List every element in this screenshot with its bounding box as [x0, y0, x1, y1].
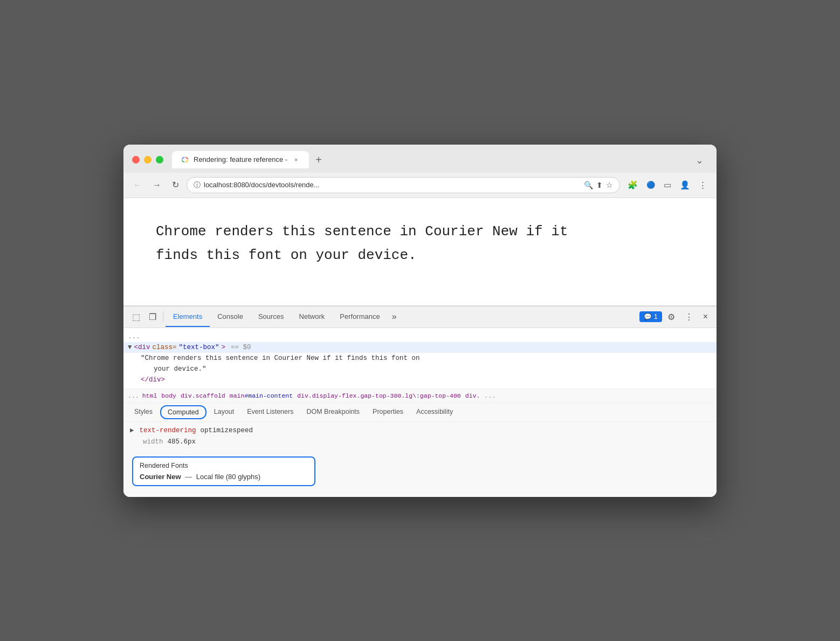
- tree-close-tag: </div>: [141, 376, 165, 384]
- back-button[interactable]: ←: [130, 178, 145, 192]
- page-text-line1: Chrome renders this sentence in Courier …: [156, 223, 568, 240]
- breadcrumb-trailing-ellipsis: ...: [484, 392, 495, 399]
- browser-window: Rendering: feature reference - × + ⌄ ← →…: [123, 145, 717, 497]
- font-name: Courier New: [140, 473, 181, 481]
- page-text: Chrome renders this sentence in Courier …: [156, 220, 684, 267]
- devtools-tab-network[interactable]: Network: [292, 307, 333, 327]
- toolbar-separator: [163, 311, 163, 322]
- more-tabs-button[interactable]: ⌄: [691, 152, 708, 168]
- address-bar[interactable]: ⓘ localhost:8080/docs/devtools/rende... …: [187, 177, 620, 193]
- close-traffic-light[interactable]: [132, 156, 140, 163]
- breadcrumb-item-main[interactable]: main#main-content: [230, 392, 293, 399]
- devtools-more-tabs[interactable]: »: [388, 306, 401, 327]
- tree-row-text1: "Chrome renders this sentence in Courier…: [136, 353, 717, 364]
- bookmark-icon: ☆: [606, 181, 613, 189]
- prop-name-width: width: [143, 438, 163, 446]
- prop-name-text-rendering: text-rendering: [140, 427, 196, 434]
- devtools-panel: ⬚ ❐ Elements Console Sources Network Per…: [123, 306, 717, 497]
- rendered-font-entry: Courier New — Local file (80 glyphs): [140, 473, 308, 481]
- page-text-line2: finds this font on your device.: [156, 247, 417, 263]
- breadcrumb-bar: ... html body div.scaffold main#main-con…: [123, 389, 717, 403]
- tree-eq-label: == $0: [231, 344, 251, 351]
- breadcrumb-item-body[interactable]: body: [161, 392, 176, 399]
- chrome-labs-button[interactable]: 🔵: [643, 179, 658, 191]
- devtools-close-button[interactable]: ×: [699, 306, 712, 327]
- tree-row-close: </div>: [136, 374, 717, 385]
- menu-button[interactable]: ⋮: [696, 178, 710, 192]
- breadcrumb-item-scaffold[interactable]: div.scaffold: [181, 392, 225, 399]
- css-prop-text-rendering: ▶ text-rendering optimizespeed: [128, 424, 712, 437]
- tree-attr-class: class=: [153, 344, 177, 351]
- inspect-element-button[interactable]: ⬚: [128, 306, 144, 328]
- tree-row-div[interactable]: ▼ <div class= "text-box" > == $0: [123, 342, 717, 353]
- tabs-row: Rendering: feature reference - × + ⌄: [172, 151, 708, 168]
- breadcrumb-item-html[interactable]: html: [142, 392, 157, 399]
- devtools-toolbar: ⬚ ❐ Elements Console Sources Network Per…: [123, 306, 717, 328]
- html-tree: ... ▼ <div class= "text-box" > == $0 "Ch…: [123, 328, 717, 389]
- tree-ellipsis: ...: [128, 333, 140, 340]
- maximize-traffic-light[interactable]: [156, 156, 163, 163]
- styles-tab-layout[interactable]: Layout: [208, 404, 241, 421]
- css-properties-panel: ▶ text-rendering optimizespeed width 485…: [123, 422, 717, 450]
- active-tab[interactable]: Rendering: feature reference - ×: [172, 151, 309, 168]
- notification-badge[interactable]: 💬 1: [639, 311, 662, 322]
- devtools-tab-console[interactable]: Console: [210, 307, 251, 327]
- styles-tab-properties[interactable]: Properties: [366, 404, 410, 421]
- tree-attr-class-val: "text-box": [179, 344, 219, 351]
- tree-row-text2: your device.": [149, 364, 717, 374]
- devtools-tab-elements[interactable]: Elements: [166, 307, 210, 327]
- minimize-traffic-light[interactable]: [144, 156, 152, 163]
- info-icon: ⓘ: [194, 180, 201, 190]
- forward-button[interactable]: →: [149, 178, 164, 192]
- tree-row-ellipsis: ...: [123, 331, 717, 342]
- styles-tab-styles[interactable]: Styles: [128, 404, 159, 421]
- browser-toolbar: ← → ↻ ⓘ localhost:8080/docs/devtools/ren…: [123, 173, 717, 198]
- styles-tab-dom-breakpoints[interactable]: DOM Breakpoints: [300, 404, 366, 421]
- breadcrumb-ellipsis: ...: [128, 392, 139, 399]
- extensions-button[interactable]: 🧩: [624, 178, 641, 192]
- font-detail: Local file (80 glyphs): [196, 473, 260, 481]
- profile-button[interactable]: 👤: [677, 178, 693, 192]
- devtools-tab-performance[interactable]: Performance: [332, 307, 387, 327]
- notification-count: 1: [654, 313, 658, 320]
- device-toggle-button[interactable]: ❐: [144, 306, 161, 328]
- styles-tab-computed[interactable]: Computed: [160, 405, 206, 419]
- tab-close-button[interactable]: ×: [292, 155, 300, 164]
- tree-close-bracket: >: [222, 344, 226, 351]
- traffic-lights: [132, 156, 163, 163]
- prop-value-width: 485.6px: [168, 438, 710, 446]
- breadcrumb-item-div-last[interactable]: div.: [465, 392, 480, 399]
- styles-tab-accessibility[interactable]: Accessibility: [410, 404, 459, 421]
- tree-toggle[interactable]: ▼: [128, 344, 132, 351]
- split-screen-button[interactable]: ▭: [660, 178, 674, 192]
- zoom-icon: 🔍: [584, 181, 593, 189]
- notification-icon: 💬: [644, 313, 652, 320]
- tree-text-content1: "Chrome renders this sentence in Courier…: [141, 354, 420, 362]
- share-icon: ⬆: [596, 181, 603, 189]
- address-text: localhost:8080/docs/devtools/rende...: [204, 181, 581, 189]
- devtools-more-options-button[interactable]: ⋮: [680, 306, 698, 328]
- reload-button[interactable]: ↻: [169, 178, 182, 192]
- svg-point-2: [183, 158, 187, 161]
- tree-text-content2: your device.": [154, 365, 206, 373]
- css-prop-width: width 485.6px: [128, 437, 712, 448]
- page-content: Chrome renders this sentence in Courier …: [123, 198, 717, 306]
- breadcrumb-item-div-flex[interactable]: div.display-flex.gap-top-300.lg\:gap-top…: [297, 392, 461, 399]
- title-bar-top: Rendering: feature reference - × + ⌄: [132, 151, 708, 168]
- title-bar: Rendering: feature reference - × + ⌄: [123, 145, 717, 173]
- new-tab-button[interactable]: +: [311, 152, 326, 168]
- font-dash: —: [185, 473, 192, 481]
- devtools-tab-sources[interactable]: Sources: [251, 307, 292, 327]
- tab-title: Rendering: feature reference -: [194, 155, 287, 163]
- tree-open-tag: <div: [134, 344, 150, 351]
- rendered-fonts-container: Rendered Fonts Courier New — Local file …: [123, 450, 717, 497]
- devtools-settings-button[interactable]: ⚙: [663, 306, 679, 328]
- styles-panel-tabs: Styles Computed Layout Event Listeners D…: [123, 403, 717, 422]
- rendered-fonts-title: Rendered Fonts: [140, 462, 308, 469]
- prop-value-text-rendering: optimizespeed: [201, 427, 710, 434]
- prop-expand-icon[interactable]: ▶: [130, 426, 134, 434]
- devtools-right-icons: 💬 1 ⚙ ⋮ ×: [639, 306, 712, 328]
- rendered-fonts-box: Rendered Fonts Courier New — Local file …: [132, 456, 315, 486]
- chrome-favicon: [181, 155, 189, 164]
- styles-tab-event-listeners[interactable]: Event Listeners: [240, 404, 300, 421]
